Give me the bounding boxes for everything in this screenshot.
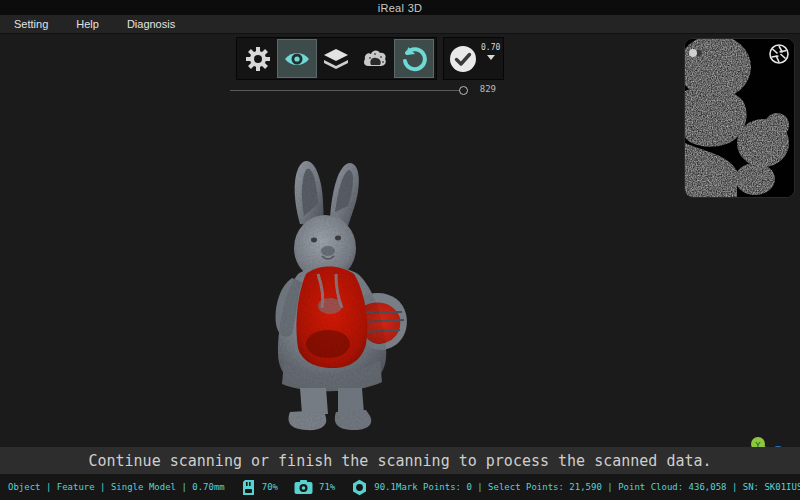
main-toolbar: [236, 37, 437, 80]
scanned-rabbit-model: [262, 156, 452, 434]
undo-icon: [401, 46, 427, 72]
camera-status: 71%: [294, 480, 335, 495]
camera-percent: 71%: [319, 482, 335, 492]
preview-toggle[interactable]: [689, 50, 702, 56]
gear-icon: [245, 46, 271, 72]
layers-icon: [322, 46, 350, 72]
eye-icon: [283, 46, 311, 72]
title-bar: iReal 3D: [0, 0, 800, 15]
settings-button[interactable]: [239, 40, 277, 77]
visibility-button[interactable]: [278, 40, 316, 77]
app-title: iReal 3D: [378, 2, 423, 14]
layers-button[interactable]: [317, 40, 355, 77]
undo-button[interactable]: [395, 40, 433, 77]
scan-statistics-text: Mark Points: 0 | Select Points: 21,590 |…: [396, 482, 800, 492]
aperture-icon: [769, 44, 789, 64]
camera-icon: [294, 480, 313, 495]
menu-bar: Setting Help Diagnosis: [0, 15, 800, 34]
message-bar: Continue scanning or finish the scanning…: [0, 447, 800, 474]
slider-handle[interactable]: [459, 86, 468, 95]
point-cloud-icon: [361, 46, 389, 72]
capture-button[interactable]: [769, 44, 789, 64]
storage-percent: 70%: [262, 482, 278, 492]
app-window: iReal 3D Setting Help Diagnosis: [0, 0, 800, 500]
resolution-value: 0.70: [481, 43, 500, 52]
chevron-down-icon: [487, 55, 495, 75]
device-status: 90.1: [351, 479, 396, 496]
device-temperature: 90.1: [374, 482, 396, 492]
scan-mode-text: Object | Feature | Single Model | 0.70mm: [0, 482, 225, 492]
confirm-scan-button[interactable]: [448, 43, 478, 75]
status-bar: Object | Feature | Single Model | 0.70mm…: [0, 474, 800, 500]
camera-preview: [684, 38, 795, 198]
check-icon: [448, 44, 478, 74]
menu-item-help[interactable]: Help: [62, 15, 113, 34]
storage-status: 70%: [241, 479, 278, 496]
brightness-slider-row: 829: [230, 84, 496, 98]
point-cloud-button[interactable]: [356, 40, 394, 77]
hex-gear-icon: [351, 479, 368, 496]
scan-hint-text: Continue scanning or finish the scanning…: [88, 452, 711, 470]
sd-card-icon: [241, 479, 256, 496]
slider-value: 829: [480, 84, 496, 94]
resolution-dropdown-button[interactable]: [487, 60, 495, 75]
slider-track[interactable]: [230, 90, 468, 91]
menu-item-diagnosis[interactable]: Diagnosis: [113, 15, 189, 34]
menu-item-setting[interactable]: Setting: [0, 15, 62, 34]
confirm-panel: 0.70: [443, 37, 504, 80]
